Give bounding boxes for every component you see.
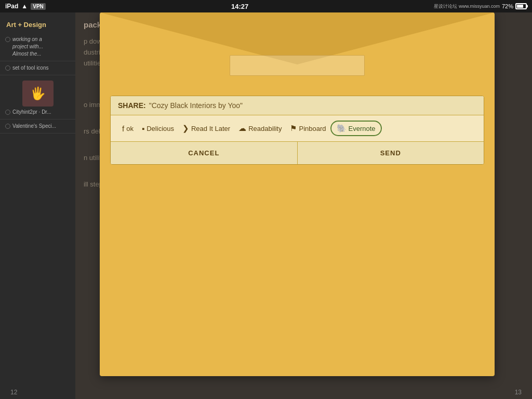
list-item-text: working on aproject with...Almost the... [12,36,43,58]
service-readability[interactable]: ☁ Readability [234,122,286,135]
thumbnail: 🖐 [22,81,54,107]
list-item-text: Cityhint2pr · Dr... [12,109,51,116]
pinboard-icon: ⚑ [290,124,297,133]
send-button[interactable]: SEND [298,142,484,164]
service-readitlater[interactable]: ❯ Read It Later [178,122,234,135]
list-item-text: Valentine's Speci... [12,123,56,130]
battery-fill [517,5,523,8]
ok-icon: f [122,124,124,133]
status-right: 星设计论坛 www.missyuan.com 72% [434,3,527,10]
clock: 14:27 [231,3,248,10]
delicious-icon: ▪ [142,124,144,133]
share-actions: CANCEL SEND [111,142,484,164]
envelope: SHARE: "Cozy Black Interiors by Yoo" f o… [100,12,495,376]
readability-icon: ☁ [238,124,246,133]
thumb-icon: 🖐 [30,85,46,102]
envelope-window [230,55,365,76]
service-ok-label: ok [126,125,134,132]
service-evernote[interactable]: 🐘 Evernote [330,121,382,136]
share-dialog: SHARE: "Cozy Black Interiors by Yoo" f o… [110,96,484,165]
share-title: "Cozy Black Interiors by Yoo" [149,101,243,110]
share-header: SHARE: "Cozy Black Interiors by Yoo" [111,96,484,115]
page-number-left: 12 [10,389,17,396]
radio-button[interactable] [5,65,10,71]
radio-button[interactable] [5,110,10,115]
service-delicious-label: Delicious [147,125,174,132]
radio-button[interactable] [5,124,10,129]
service-readability-label: Readability [248,125,282,132]
share-label: SHARE: [118,101,146,110]
service-pinboard-label: Pinboard [299,125,326,132]
evernote-icon: 🐘 [337,124,347,133]
battery-percent: 72% [502,3,513,9]
vpn-badge: VPN [31,3,46,10]
wifi-icon: ▲ [21,3,28,10]
service-readitlater-label: Read It Later [191,125,230,132]
status-bar: iPad ▲ VPN 14:27 星设计论坛 www.missyuan.com … [0,0,532,12]
radio-button[interactable] [5,37,10,42]
watermark: 星设计论坛 www.missyuan.com [434,3,500,10]
readitlater-icon: ❯ [182,124,189,133]
cancel-button[interactable]: CANCEL [111,142,298,164]
carrier-label: iPad [5,3,18,10]
share-services-row: f ok ▪ Delicious ❯ Read It Later ☁ Reada… [111,115,484,142]
service-delicious[interactable]: ▪ Delicious [138,122,178,135]
battery-icon [515,3,527,9]
service-ok[interactable]: f ok [118,122,138,135]
service-evernote-label: Evernote [349,125,376,132]
envelope-overlay: SHARE: "Cozy Black Interiors by Yoo" f o… [62,12,532,399]
status-left: iPad ▲ VPN [5,3,46,10]
list-item-text: set of tool icons [12,64,48,72]
service-pinboard[interactable]: ⚑ Pinboard [286,122,330,135]
